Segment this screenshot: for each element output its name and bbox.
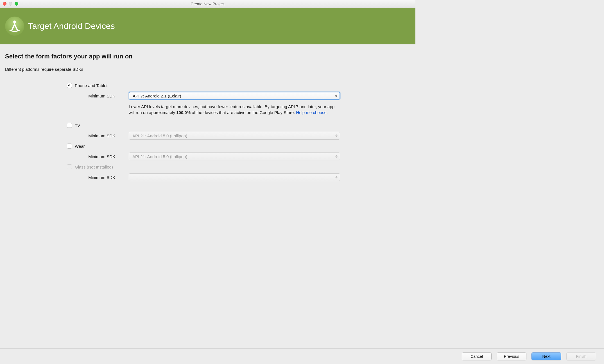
form-factor-tv: TV	[67, 123, 402, 128]
glass-sdk-select	[129, 173, 340, 181]
minimize-icon	[9, 2, 12, 6]
glass-sdk-label: Minimum SDK	[73, 175, 129, 180]
section-subtitle: Different platforms require separate SDK…	[5, 67, 410, 72]
window-title: Create New Project	[191, 2, 225, 6]
form-factor-wear: Wear	[67, 144, 402, 149]
phone-sdk-label: Minimum SDK	[73, 94, 129, 98]
close-icon[interactable]	[3, 2, 6, 6]
help-me-choose-link[interactable]: Help me choose.	[296, 110, 328, 115]
glass-checkbox	[67, 164, 72, 169]
wear-sdk-select[interactable]: API 21: Android 5.0 (Lollipop)	[129, 153, 340, 160]
tv-sdk-select[interactable]: API 21: Android 5.0 (Lollipop)	[129, 132, 340, 140]
wear-sdk-label: Minimum SDK	[73, 154, 129, 159]
chevron-updown-icon	[335, 95, 337, 97]
header-title: Target Android Devices	[28, 21, 115, 31]
help-text-percent: 100.0%	[176, 110, 191, 115]
section-title: Select the form factors your app will ru…	[5, 53, 410, 60]
wear-checkbox[interactable]	[67, 144, 72, 149]
chevron-updown-icon	[335, 176, 338, 179]
wear-sdk-value: API 21: Android 5.0 (Lollipop)	[132, 154, 187, 159]
phone-label: Phone and Tablet	[75, 83, 108, 88]
form-factor-glass: Glass (Not Installed)	[67, 164, 402, 169]
zoom-icon[interactable]	[15, 2, 18, 6]
phone-checkbox[interactable]	[67, 83, 72, 88]
help-text-part2: of the devices that are active on the Go…	[191, 110, 296, 115]
tv-sdk-value: API 21: Android 5.0 (Lollipop)	[132, 133, 187, 138]
titlebar: Create New Project	[0, 0, 415, 8]
phone-sdk-select[interactable]: API 7: Android 2.1 (Eclair)	[129, 92, 340, 100]
header: Target Android Devices	[0, 8, 415, 44]
wear-label: Wear	[75, 144, 85, 149]
tv-label: TV	[75, 123, 80, 128]
tv-sdk-label: Minimum SDK	[73, 133, 129, 138]
chevron-updown-icon	[335, 155, 338, 158]
form-factor-phone: Phone and Tablet	[67, 83, 402, 88]
help-text: Lower API levels target more devices, bu…	[129, 104, 340, 115]
android-studio-icon	[5, 17, 24, 36]
chevron-updown-icon	[335, 135, 338, 137]
tv-checkbox[interactable]	[67, 123, 72, 128]
glass-label: Glass (Not Installed)	[75, 165, 113, 169]
phone-sdk-value: API 7: Android 2.1 (Eclair)	[133, 94, 181, 98]
traffic-lights	[3, 2, 18, 6]
